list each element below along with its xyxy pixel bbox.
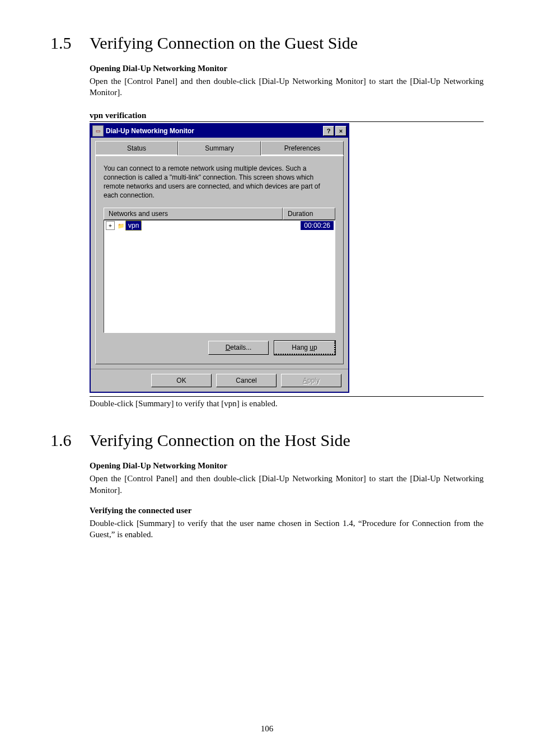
page-number: 106 xyxy=(0,724,534,734)
col-duration[interactable]: Duration xyxy=(283,208,335,220)
section-number: 1.6 xyxy=(50,431,90,450)
close-button[interactable]: × xyxy=(335,126,346,136)
figure-footnote: Double-click [Summary] to verify that [v… xyxy=(90,396,484,408)
expand-icon[interactable]: + xyxy=(106,221,115,230)
hangup-button[interactable]: Hang up xyxy=(274,341,335,355)
dialog-app-icon: ▭ xyxy=(92,125,104,137)
section-title: Verifying Connection on the Guest Side xyxy=(90,34,358,53)
connections-list[interactable]: + 📁 vpn 00:00:26 xyxy=(104,220,335,333)
tab-pane-summary: You can connect to a remote network usin… xyxy=(95,156,344,365)
subheading-opening-monitor-2: Opening Dial-Up Networking Monitor xyxy=(90,461,484,471)
dialog-button-row: OK Cancel Apply xyxy=(91,369,348,392)
dialog-title: Dial-Up Networking Monitor xyxy=(106,127,322,135)
apply-button: Apply xyxy=(281,374,341,387)
section-1-6-heading: 1.6 Verifying Connection on the Host Sid… xyxy=(50,431,484,450)
dialup-monitor-dialog: ▭ Dial-Up Networking Monitor ? × Status … xyxy=(90,123,349,393)
connection-name: vpn xyxy=(125,220,142,231)
ok-button[interactable]: OK xyxy=(151,374,212,387)
tab-row: Status Summary Preferences xyxy=(91,138,348,156)
section-number: 1.5 xyxy=(50,34,90,53)
dialog-titlebar: ▭ Dial-Up Networking Monitor ? × xyxy=(91,124,348,138)
help-button[interactable]: ? xyxy=(323,126,334,136)
subheading-opening-monitor: Opening Dial-Up Networking Monitor xyxy=(90,64,484,73)
section-title: Verifying Connection on the Host Side xyxy=(90,431,350,450)
section-1-5-heading: 1.5 Verifying Connection on the Guest Si… xyxy=(50,34,484,53)
body-open-control-panel-2: Open the [Control Panel] and then double… xyxy=(90,473,484,496)
figure-caption-vpn-verification: vpn verification xyxy=(90,111,484,120)
col-networks-users[interactable]: Networks and users xyxy=(104,208,283,220)
subheading-verify-user: Verifying the connected user xyxy=(90,506,484,515)
cancel-button[interactable]: Cancel xyxy=(216,374,277,387)
tab-summary[interactable]: Summary xyxy=(178,141,261,156)
body-verify-user: Double-click [Summary] to verify that th… xyxy=(90,518,484,541)
tab-preferences[interactable]: Preferences xyxy=(261,141,344,156)
list-header: Networks and users Duration xyxy=(104,208,335,220)
list-item[interactable]: + 📁 vpn 00:00:26 xyxy=(104,220,335,231)
connection-duration: 00:00:26 xyxy=(301,221,334,230)
body-open-control-panel: Open the [Control Panel] and then double… xyxy=(90,76,484,98)
tab-status[interactable]: Status xyxy=(95,141,178,156)
details-button[interactable]: Details... xyxy=(208,341,269,355)
connection-icon: 📁 xyxy=(116,221,125,230)
summary-description: You can connect to a remote network usin… xyxy=(104,164,335,200)
